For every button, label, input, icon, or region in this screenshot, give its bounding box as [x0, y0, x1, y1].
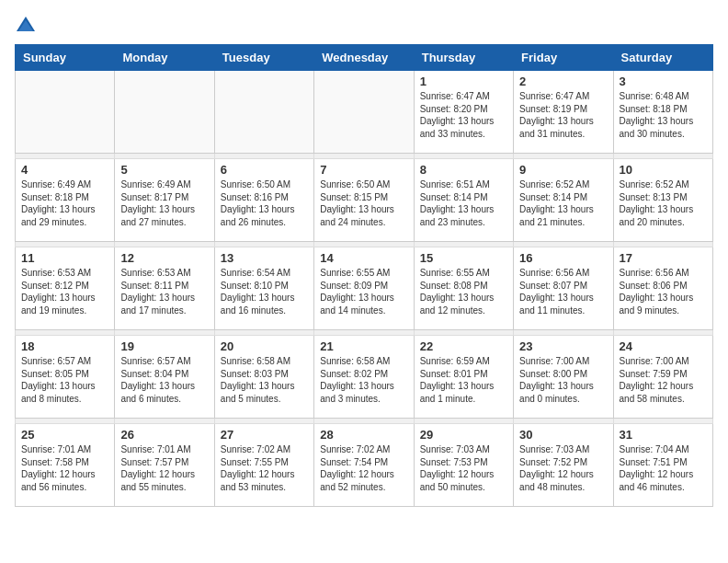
calendar-cell — [115, 71, 214, 154]
calendar-cell: 13Sunrise: 6:54 AM Sunset: 8:10 PM Dayli… — [214, 247, 313, 330]
logo — [15, 15, 40, 37]
day-number: 23 — [519, 339, 607, 353]
calendar-week-row: 18Sunrise: 6:57 AM Sunset: 8:05 PM Dayli… — [16, 336, 713, 419]
calendar-cell: 24Sunrise: 7:00 AM Sunset: 7:59 PM Dayli… — [613, 336, 712, 419]
calendar-cell — [314, 71, 414, 154]
page-header — [15, 15, 713, 37]
day-number: 1 — [420, 75, 507, 88]
day-info: Sunrise: 6:58 AM Sunset: 8:02 PM Dayligh… — [320, 355, 407, 405]
day-info: Sunrise: 7:02 AM Sunset: 7:55 PM Dayligh… — [221, 443, 308, 493]
day-number: 2 — [519, 75, 607, 88]
day-info: Sunrise: 6:55 AM Sunset: 8:09 PM Dayligh… — [320, 267, 407, 316]
day-number: 30 — [519, 428, 607, 442]
column-header-monday: Monday — [115, 45, 214, 71]
calendar-cell: 4Sunrise: 6:49 AM Sunset: 8:18 PM Daylig… — [16, 159, 115, 242]
day-number: 12 — [120, 251, 208, 265]
calendar-cell: 9Sunrise: 6:52 AM Sunset: 8:14 PM Daylig… — [514, 159, 613, 242]
day-number: 17 — [620, 251, 707, 265]
column-header-sunday: Sunday — [16, 45, 115, 71]
calendar-cell: 14Sunrise: 6:55 AM Sunset: 8:09 PM Dayli… — [314, 247, 414, 330]
calendar-cell: 12Sunrise: 6:53 AM Sunset: 8:11 PM Dayli… — [115, 247, 214, 330]
day-info: Sunrise: 6:55 AM Sunset: 8:08 PM Dayligh… — [420, 267, 507, 316]
day-info: Sunrise: 7:03 AM Sunset: 7:53 PM Dayligh… — [420, 443, 507, 493]
calendar-cell: 29Sunrise: 7:03 AM Sunset: 7:53 PM Dayli… — [414, 424, 513, 507]
day-number: 16 — [519, 251, 607, 265]
calendar-week-row: 1Sunrise: 6:47 AM Sunset: 8:20 PM Daylig… — [16, 71, 713, 154]
calendar-cell: 5Sunrise: 6:49 AM Sunset: 8:17 PM Daylig… — [115, 159, 214, 242]
calendar-cell — [214, 71, 313, 154]
day-number: 19 — [120, 339, 208, 353]
calendar-cell: 30Sunrise: 7:03 AM Sunset: 7:52 PM Dayli… — [514, 424, 613, 507]
day-number: 10 — [620, 163, 707, 177]
day-number: 14 — [320, 251, 407, 265]
day-number: 9 — [519, 163, 607, 177]
calendar-cell: 6Sunrise: 6:50 AM Sunset: 8:16 PM Daylig… — [214, 159, 313, 242]
calendar-week-row: 4Sunrise: 6:49 AM Sunset: 8:18 PM Daylig… — [16, 159, 713, 242]
calendar-cell: 21Sunrise: 6:58 AM Sunset: 8:02 PM Dayli… — [314, 336, 414, 419]
day-info: Sunrise: 6:48 AM Sunset: 8:18 PM Dayligh… — [620, 90, 707, 140]
calendar-week-row: 11Sunrise: 6:53 AM Sunset: 8:12 PM Dayli… — [16, 247, 713, 330]
day-info: Sunrise: 6:51 AM Sunset: 8:14 PM Dayligh… — [420, 178, 507, 228]
day-number: 28 — [320, 428, 407, 442]
day-info: Sunrise: 6:53 AM Sunset: 8:11 PM Dayligh… — [120, 267, 208, 316]
day-info: Sunrise: 7:00 AM Sunset: 7:59 PM Dayligh… — [620, 355, 707, 405]
calendar-cell: 2Sunrise: 6:47 AM Sunset: 8:19 PM Daylig… — [514, 71, 613, 154]
day-number: 11 — [21, 251, 108, 265]
column-header-tuesday: Tuesday — [214, 45, 313, 71]
day-number: 8 — [420, 163, 507, 177]
column-header-wednesday: Wednesday — [314, 45, 414, 71]
calendar-week-row: 25Sunrise: 7:01 AM Sunset: 7:58 PM Dayli… — [16, 424, 713, 507]
column-header-thursday: Thursday — [414, 45, 513, 71]
calendar-cell: 10Sunrise: 6:52 AM Sunset: 8:13 PM Dayli… — [613, 159, 712, 242]
calendar-cell: 26Sunrise: 7:01 AM Sunset: 7:57 PM Dayli… — [115, 424, 214, 507]
day-number: 7 — [320, 163, 407, 177]
day-number: 21 — [320, 339, 407, 353]
day-info: Sunrise: 6:58 AM Sunset: 8:03 PM Dayligh… — [221, 355, 308, 405]
day-number: 27 — [221, 428, 308, 442]
calendar-cell: 17Sunrise: 6:56 AM Sunset: 8:06 PM Dayli… — [613, 247, 712, 330]
calendar-cell: 8Sunrise: 6:51 AM Sunset: 8:14 PM Daylig… — [414, 159, 513, 242]
day-number: 22 — [420, 339, 507, 353]
column-header-friday: Friday — [514, 45, 613, 71]
calendar-cell: 23Sunrise: 7:00 AM Sunset: 8:00 PM Dayli… — [514, 336, 613, 419]
calendar-cell: 3Sunrise: 6:48 AM Sunset: 8:18 PM Daylig… — [613, 71, 712, 154]
calendar-cell: 15Sunrise: 6:55 AM Sunset: 8:08 PM Dayli… — [414, 247, 513, 330]
calendar-cell: 28Sunrise: 7:02 AM Sunset: 7:54 PM Dayli… — [314, 424, 414, 507]
day-info: Sunrise: 7:01 AM Sunset: 7:58 PM Dayligh… — [21, 443, 108, 493]
day-number: 13 — [221, 251, 308, 265]
logo-icon — [15, 15, 37, 37]
calendar-cell: 1Sunrise: 6:47 AM Sunset: 8:20 PM Daylig… — [414, 71, 513, 154]
day-info: Sunrise: 7:03 AM Sunset: 7:52 PM Dayligh… — [519, 443, 607, 493]
day-number: 24 — [620, 339, 707, 353]
day-number: 20 — [221, 339, 308, 353]
day-info: Sunrise: 6:50 AM Sunset: 8:16 PM Dayligh… — [221, 178, 308, 228]
calendar-cell: 18Sunrise: 6:57 AM Sunset: 8:05 PM Dayli… — [16, 336, 115, 419]
day-number: 15 — [420, 251, 507, 265]
calendar-cell: 7Sunrise: 6:50 AM Sunset: 8:15 PM Daylig… — [314, 159, 414, 242]
calendar-cell: 25Sunrise: 7:01 AM Sunset: 7:58 PM Dayli… — [16, 424, 115, 507]
calendar-cell: 27Sunrise: 7:02 AM Sunset: 7:55 PM Dayli… — [214, 424, 313, 507]
day-number: 3 — [620, 75, 707, 88]
calendar-header-row: SundayMondayTuesdayWednesdayThursdayFrid… — [16, 45, 713, 71]
day-info: Sunrise: 6:47 AM Sunset: 8:20 PM Dayligh… — [420, 90, 507, 140]
day-number: 29 — [420, 428, 507, 442]
day-info: Sunrise: 6:56 AM Sunset: 8:06 PM Dayligh… — [620, 267, 707, 316]
day-number: 6 — [221, 163, 308, 177]
day-info: Sunrise: 7:01 AM Sunset: 7:57 PM Dayligh… — [120, 443, 208, 493]
day-info: Sunrise: 6:53 AM Sunset: 8:12 PM Dayligh… — [21, 267, 108, 316]
day-info: Sunrise: 6:54 AM Sunset: 8:10 PM Dayligh… — [221, 267, 308, 316]
calendar-cell: 22Sunrise: 6:59 AM Sunset: 8:01 PM Dayli… — [414, 336, 513, 419]
column-header-saturday: Saturday — [613, 45, 712, 71]
day-info: Sunrise: 7:00 AM Sunset: 8:00 PM Dayligh… — [519, 355, 607, 405]
day-info: Sunrise: 6:59 AM Sunset: 8:01 PM Dayligh… — [420, 355, 507, 405]
calendar-cell: 19Sunrise: 6:57 AM Sunset: 8:04 PM Dayli… — [115, 336, 214, 419]
day-info: Sunrise: 6:47 AM Sunset: 8:19 PM Dayligh… — [519, 90, 607, 140]
day-number: 25 — [21, 428, 108, 442]
calendar-table: SundayMondayTuesdayWednesdayThursdayFrid… — [15, 44, 713, 507]
day-info: Sunrise: 6:50 AM Sunset: 8:15 PM Dayligh… — [320, 178, 407, 228]
calendar-cell: 31Sunrise: 7:04 AM Sunset: 7:51 PM Dayli… — [613, 424, 712, 507]
day-info: Sunrise: 6:57 AM Sunset: 8:05 PM Dayligh… — [21, 355, 108, 405]
day-info: Sunrise: 7:04 AM Sunset: 7:51 PM Dayligh… — [620, 443, 707, 493]
day-info: Sunrise: 6:56 AM Sunset: 8:07 PM Dayligh… — [519, 267, 607, 316]
day-info: Sunrise: 6:52 AM Sunset: 8:14 PM Dayligh… — [519, 178, 607, 228]
